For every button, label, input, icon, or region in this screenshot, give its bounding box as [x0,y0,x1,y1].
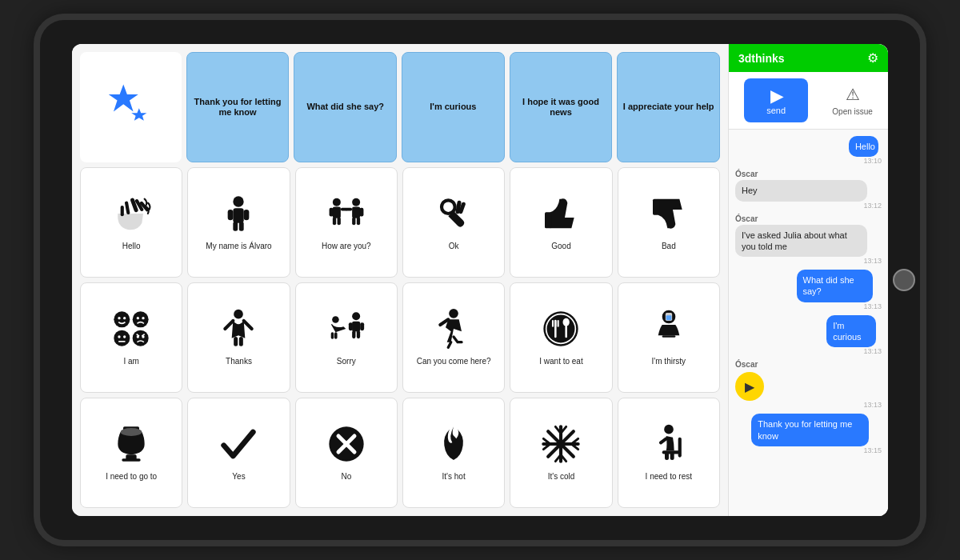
aac-cell-yes[interactable]: Yes [187,398,290,508]
message-bubble: I'm curious [826,315,876,348]
svg-rect-3 [125,201,130,214]
sorry-icon [326,309,366,354]
aac-cell-no[interactable]: No [295,398,398,508]
person-icon [218,194,258,238]
aac-cell-good[interactable]: Good [510,167,612,278]
svg-rect-49 [352,322,360,332]
rest-icon [649,424,689,469]
thanks-person-icon [218,309,258,354]
message-bubble: I've asked Julia about what you told me [735,225,867,258]
faces-icon [111,309,151,354]
aac-cell-appreciate-help[interactable]: I appreciate your help [617,52,720,162]
open-issue-label: Open issue [832,107,873,116]
chat-header: 3dthinks ⚙ [729,44,888,72]
aac-cell-i-am[interactable]: I am [80,282,182,393]
chat-brand: 3dthinks [738,52,785,65]
aac-cell-hope-good-news[interactable]: I hope it was good news [510,52,613,162]
aac-cell-hot[interactable]: It's hot [402,398,505,508]
svg-point-33 [133,311,149,327]
aac-cell-ok[interactable]: Ok [402,167,505,278]
svg-point-7 [234,196,244,206]
svg-point-32 [123,317,126,319]
svg-rect-29 [653,199,659,215]
chat-messages: Hello 13:10 Óscar Hey 13:12 Óscar I've a… [729,130,888,516]
aac-cell-cold[interactable]: It's cold [510,398,612,508]
settings-icon[interactable]: ⚙ [867,50,878,66]
svg-rect-55 [331,332,334,339]
aac-cell-hello[interactable]: Hello [80,167,182,278]
msg-group-right-4: Thank you for letting me know 13:15 [751,414,882,454]
play-audio-button[interactable]: ▶ [735,372,764,401]
msg-group-right-3: I'm curious 13:13 [826,315,882,356]
thumbs-up-icon [541,194,581,238]
svg-point-13 [333,198,341,206]
msg-group-right-2: What did she say? 13:13 [797,270,882,310]
svg-point-31 [118,317,120,319]
svg-rect-47 [239,337,243,346]
aac-cell-sorry[interactable]: Sorry [295,282,398,393]
message-bubble: Hey [735,180,867,201]
chat-actions: ▶ send ⚠ Open issue [729,72,888,130]
aac-cell-come-here[interactable]: Can you come here? [402,282,505,393]
svg-rect-68 [666,315,671,320]
svg-rect-12 [239,222,244,231]
svg-rect-52 [352,330,355,338]
eat-icon [541,309,581,354]
svg-point-45 [234,310,244,319]
message-bubble: Hello [849,136,878,157]
msg-group-oscar-3: Óscar ▶ 13:13 [735,360,882,409]
tablet-screen: Thank you for letting me know What did s… [72,44,888,516]
svg-rect-21 [345,208,352,211]
ok-hand-icon [434,194,474,238]
aac-cell-bad[interactable]: Bad [618,167,720,278]
svg-point-38 [123,335,126,338]
svg-rect-73 [122,458,140,461]
tablet-frame: Thank you for letting me know What did s… [40,20,920,540]
svg-rect-56 [334,332,338,339]
svg-rect-92 [665,452,669,460]
aac-cell-thirsty[interactable]: I'm thirsty [618,282,720,393]
msg-group-right: Hello 13:10 [849,136,882,165]
aac-cell-toilet[interactable]: I need to go to [80,398,182,508]
open-issue-button[interactable]: ⚠ Open issue [832,85,873,116]
two-people-icon [326,194,366,238]
msg-group-oscar-2: Óscar I've asked Julia about what you to… [735,214,882,266]
checkmark-icon [218,424,258,469]
svg-rect-23 [352,217,355,225]
svg-rect-93 [670,452,674,460]
aac-cell-im-curious[interactable]: I'm curious [402,52,505,162]
svg-rect-53 [357,330,360,338]
msg-group-oscar-1: Óscar Hey 13:12 [735,170,882,209]
aac-cell-what-did-she-say[interactable]: What did she say? [294,52,397,162]
home-button[interactable] [893,269,915,291]
aac-cell-thank-you[interactable]: Thank you for letting me know [186,52,290,162]
svg-rect-69 [662,335,675,338]
svg-point-54 [332,316,339,323]
svg-rect-15 [329,208,333,217]
svg-marker-0 [109,85,138,112]
svg-rect-18 [337,217,340,225]
svg-point-40 [133,330,149,346]
aac-row-1: Thank you for letting me know What did s… [80,52,720,162]
svg-rect-8 [234,208,244,222]
aac-cell-how-are-you[interactable]: How are you? [295,167,398,278]
svg-point-89 [664,425,674,434]
svg-marker-1 [132,108,147,121]
aac-logo-cell [80,52,182,162]
send-button[interactable]: ▶ send [744,78,808,122]
svg-point-71 [121,428,142,436]
aac-cell-rest[interactable]: I need to rest [618,398,720,508]
aac-cell-thanks[interactable]: Thanks [187,282,290,393]
svg-point-65 [563,318,570,326]
aac-cell-my-name[interactable]: My name is Álvaro [187,167,290,278]
svg-rect-28 [545,212,551,228]
chat-panel: 3dthinks ⚙ ▶ send ⚠ Open issue Hello [728,44,888,516]
send-label: send [766,106,786,115]
svg-point-36 [114,330,130,346]
aac-cell-want-eat[interactable]: I want to eat [510,282,612,393]
svg-rect-14 [333,206,341,218]
snowflake-icon [541,424,581,469]
aac-row-2: Hello My name is Álvaro [80,167,720,278]
message-bubble: What did she say? [797,270,874,302]
svg-point-35 [142,317,144,319]
